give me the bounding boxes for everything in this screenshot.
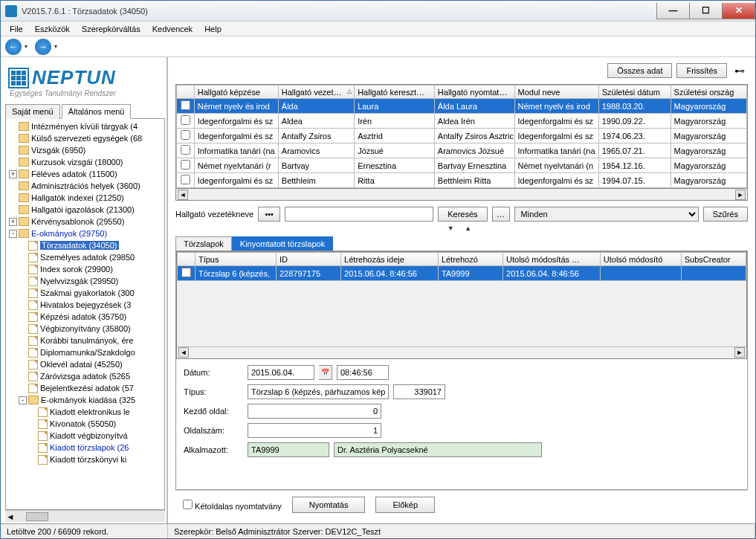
tree-item[interactable]: Adminisztrációs helyek (3600) xyxy=(6,180,164,192)
window-title: V2015.7.6.1 : Törzsadatok (34050) xyxy=(22,7,148,16)
maximize-button[interactable]: ☐ xyxy=(689,3,723,19)
tree-scrollbar[interactable]: ◄ xyxy=(5,510,165,522)
print-button[interactable]: Nyomtatás xyxy=(292,497,366,513)
employee-code xyxy=(248,442,329,457)
search-more-button[interactable]: … xyxy=(492,207,510,222)
tree-item[interactable]: Nyelvvizsgák (29950) xyxy=(6,275,164,287)
tree-item[interactable]: Hivatalos bejegyzések (3 xyxy=(6,299,164,311)
tab-own-menu[interactable]: Saját menü xyxy=(5,104,60,119)
nav-back-button[interactable]: ← xyxy=(5,39,22,55)
tree-item[interactable]: -E-okmányok (29750) xyxy=(6,227,164,239)
tree-item[interactable]: Korábbi tanulmányok, ére xyxy=(6,335,164,346)
tab-general-menu[interactable]: Általános menü xyxy=(62,104,132,119)
menu-file[interactable]: File xyxy=(5,23,28,35)
detail-grid-scrollbar[interactable]: ◄► xyxy=(177,346,746,358)
menu-tree[interactable]: Intézményen kívüli tárgyak (4Külső szerv… xyxy=(5,119,165,510)
tree-item[interactable]: Kurzusok vizsgái (18000) xyxy=(6,156,164,168)
refresh-button[interactable]: Frissítés xyxy=(676,63,727,78)
students-grid[interactable]: Hallgató képzéseHallgató vezet…△Hallgató… xyxy=(175,84,748,189)
tab-printed-torzslapok[interactable]: Kinyomtatott törzslapok xyxy=(232,236,333,251)
menu-favorites[interactable]: Kedvencek xyxy=(148,23,197,35)
logo: NEPTUN Egységes Tanulmányi Rendszer xyxy=(8,66,162,97)
tree-item[interactable]: Bejelentkezési adatok (57 xyxy=(6,382,164,394)
tree-item[interactable]: Diplomamunka/Szakdolgo xyxy=(6,346,164,358)
employee-label: Alkalmazott: xyxy=(184,445,243,454)
tab-torzslapok[interactable]: Törzslapok xyxy=(175,236,232,251)
startpage-label: Kezdő oldal: xyxy=(184,407,243,416)
tree-item[interactable]: Kivonatok (55050) xyxy=(6,418,164,430)
type-label: Típus: xyxy=(184,387,243,396)
type-input[interactable] xyxy=(248,384,389,399)
tree-item[interactable]: Kiadott elektronikus le xyxy=(6,406,164,418)
date-label: Dátum: xyxy=(184,368,243,377)
menu-help[interactable]: Help xyxy=(200,23,226,35)
tree-item[interactable]: Kiadott törzslapok (26 xyxy=(6,442,164,454)
type-id-input[interactable] xyxy=(393,384,445,399)
pagecount-input[interactable] xyxy=(248,423,381,438)
date-input[interactable] xyxy=(248,365,314,380)
search-button[interactable]: Keresés xyxy=(438,207,487,222)
filter-button[interactable]: Szűrés xyxy=(703,207,748,222)
nav-forward-dropdown[interactable]: ▾ xyxy=(54,43,62,50)
tree-item[interactable]: Külső szervezeti egységek (68 xyxy=(6,132,164,144)
tree-item[interactable]: Intézményen kívüli tárgyak (4 xyxy=(6,120,164,132)
nav-back-dropdown[interactable]: ▾ xyxy=(25,43,32,50)
search-input[interactable] xyxy=(285,207,433,222)
menu-bar: File Eszközök Szerepkörváltás Kedvencek … xyxy=(1,22,755,36)
tree-item[interactable]: +Kérvénysablonok (29550) xyxy=(6,216,164,227)
tree-item[interactable]: Záróvizsga adatok (5265 xyxy=(6,370,164,382)
tree-item[interactable]: Vizsgák (6950) xyxy=(6,144,164,156)
tree-item[interactable]: Index sorok (29900) xyxy=(6,263,164,275)
tree-item[interactable]: Végbizonyítvány (35800) xyxy=(6,323,164,335)
tree-item[interactable]: Személyes adatok (29850 xyxy=(6,251,164,263)
pagecount-label: Oldalszám: xyxy=(184,426,243,435)
tree-item[interactable]: Kiadott törzskönyvi ki xyxy=(6,454,164,465)
app-icon xyxy=(5,5,17,17)
pin-icon[interactable]: ⊷ xyxy=(731,65,748,77)
detail-grid[interactable]: TípusIDLétrehozás idejeLétrehozóUtolsó m… xyxy=(176,251,747,359)
tree-item[interactable]: Oklevél adatai (45250) xyxy=(6,358,164,370)
tree-item[interactable]: +Féléves adatok (11500) xyxy=(6,168,164,180)
duplex-checkbox-label[interactable]: Kétoldalas nyomtatvány xyxy=(183,500,282,511)
tree-item[interactable]: Kiadott végbizonyítvá xyxy=(6,430,164,442)
search-label: Hallgató vezetékneve xyxy=(175,210,253,219)
tree-item[interactable]: Hallgatók indexei (21250) xyxy=(6,192,164,204)
status-role-server: Szerepkör: Belső Adminisztrátor Szerver:… xyxy=(168,524,755,538)
grid-horizontal-scrollbar[interactable]: ◄► xyxy=(175,189,748,201)
tree-item[interactable]: Hallgatói igazolások (21300) xyxy=(6,204,164,216)
duplex-checkbox[interactable] xyxy=(183,500,193,509)
close-button[interactable]: ✕ xyxy=(722,3,755,19)
filter-select[interactable]: Minden xyxy=(514,207,699,222)
minimize-button[interactable]: — xyxy=(656,3,690,19)
date-picker-icon[interactable]: 📅 xyxy=(319,365,332,380)
all-data-button[interactable]: Összes adat xyxy=(607,63,672,78)
employee-name xyxy=(334,442,542,457)
search-field-picker[interactable]: ••• xyxy=(258,207,280,222)
tree-item[interactable]: Törzsadatok (34050) xyxy=(6,239,164,251)
tree-item[interactable]: Szakmai gyakorlatok (300 xyxy=(6,287,164,299)
tree-item[interactable]: -E-okmányok kiadása (325 xyxy=(6,394,164,406)
status-record-count: Letöltve 200 / 66909 rekord. xyxy=(1,524,168,538)
startpage-input[interactable] xyxy=(248,404,381,419)
time-input[interactable] xyxy=(337,365,389,380)
menu-role[interactable]: Szerepkörváltás xyxy=(77,23,145,35)
nav-forward-button[interactable]: → xyxy=(35,39,51,55)
preview-button[interactable]: Előkép xyxy=(375,497,435,513)
splitter-arrows[interactable]: ▼ ▲ xyxy=(175,225,748,232)
tree-item[interactable]: Képzési adatok (35750) xyxy=(6,311,164,323)
menu-tools[interactable]: Eszközök xyxy=(30,23,74,35)
